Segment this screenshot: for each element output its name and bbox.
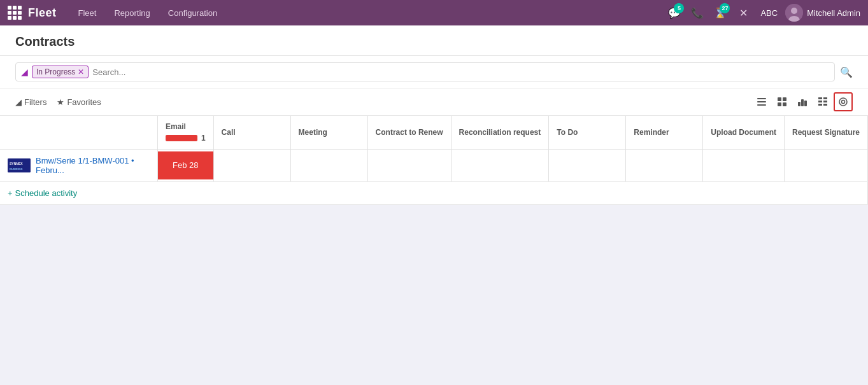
schedule-activity-button[interactable]: + Schedule activity [8,188,77,198]
pivot-view-button[interactable] [813,92,832,111]
reconciliation-column-header: Reconciliation request [451,116,549,150]
schedule-activity-cell: + Schedule activity [0,182,868,205]
svg-rect-17 [823,101,827,102]
plus-icon: + [8,188,13,198]
call-column-header: Call [213,116,290,150]
avatar[interactable] [785,4,803,22]
svg-text:SYNNEX: SYNNEX [10,162,23,165]
filter-view-row: ◢ Filters ★ Favorites [0,88,868,116]
record-column-header [0,116,157,150]
list-view-button[interactable] [752,92,771,111]
email-header-label: Email [166,122,206,131]
topnav-right-area: 💬 5 📞 ⌛ 27 ✕ ABC Mitchell Admin [665,3,860,22]
contract-renew-column-header: Contract to Renew [367,116,451,150]
search-button[interactable]: 🔍 [840,66,853,78]
bar-chart-view-button[interactable] [793,92,812,111]
email-date-button[interactable]: Feb 28 [158,151,213,179]
search-input[interactable] [92,67,829,77]
svg-point-19 [839,98,847,106]
activity-table-container: Email 1 Call Meeting Contract to Renew R… [0,116,868,205]
notifications-badge: 5 [674,3,684,13]
view-toggle-group [752,92,853,111]
abc-button[interactable]: ABC [757,8,781,18]
svg-rect-16 [823,97,827,99]
nav-configuration[interactable]: Configuration [159,0,226,25]
reminder-activity-cell [626,150,703,182]
svg-point-20 [842,101,845,104]
main-nav-menu: Fleet Reporting Configuration [69,0,227,25]
todo-column-header: To Do [549,116,626,150]
call-activity-cell [213,150,290,182]
schedule-activity-label: Schedule activity [15,188,78,198]
svg-rect-13 [818,97,822,99]
in-progress-filter-tag[interactable]: In Progress ✕ [32,66,89,78]
filter-funnel-icon: ◢ [21,67,28,77]
svg-rect-5 [757,104,766,106]
svg-rect-11 [801,99,804,106]
close-icon[interactable]: ✕ [734,3,753,22]
email-activity-cell: Feb 28 [157,150,213,182]
meeting-activity-cell [290,150,367,182]
email-progress-bar [166,135,197,141]
filters-button[interactable]: ◢ Filters [15,97,46,107]
updates-badge: 27 [720,3,730,13]
todo-activity-cell [549,150,626,182]
svg-rect-3 [757,98,766,99]
star-icon: ★ [57,97,64,107]
svg-rect-9 [783,102,786,106]
svg-rect-8 [778,102,781,106]
meeting-column-header: Meeting [290,116,367,150]
svg-point-1 [791,8,797,14]
reminder-column-header: Reminder [626,116,703,150]
email-header-content: Email 1 [166,122,206,143]
top-navigation: Fleet Fleet Reporting Configuration 💬 5 … [0,0,868,25]
upload-doc-column-header: Upload Document [703,116,785,150]
phone-icon[interactable]: 📞 [688,3,707,22]
email-count: 1 [201,134,206,143]
app-brand[interactable]: Fleet [28,6,57,20]
filter-tag-label: In Progress [36,67,75,76]
kanban-view-button[interactable] [772,92,792,111]
notifications-icon[interactable]: 💬 5 [665,3,684,22]
svg-rect-4 [757,101,766,102]
request-sig-activity-cell [784,150,867,182]
search-bar: ◢ In Progress ✕ 🔍 [0,56,868,88]
nav-fleet[interactable]: Fleet [69,0,106,25]
record-name-link[interactable]: Bmw/Serie 1/1-BMW-001 • Febru... [36,156,150,175]
clock-icon[interactable]: ⌛ 27 [711,3,730,22]
svg-rect-18 [823,104,827,106]
username-label[interactable]: Mitchell Admin [807,8,860,18]
table-header-row: Email 1 Call Meeting Contract to Renew R… [0,116,868,150]
table-row: SYNNEX BUSINESS Bmw/Serie 1/1-BMW-001 • … [0,150,868,182]
svg-rect-12 [804,101,807,106]
reconciliation-activity-cell [451,150,549,182]
filters-label: Filters [24,97,46,107]
favorites-button[interactable]: ★ Favorites [57,97,101,107]
contract-renew-activity-cell [367,150,451,182]
request-sig-column-header: Request Signature [784,116,867,150]
email-progress-row: 1 [166,134,206,143]
search-filter-container: ◢ In Progress ✕ [15,62,835,81]
activity-view-button[interactable] [834,92,853,111]
svg-rect-15 [818,104,822,106]
svg-rect-14 [818,101,822,102]
favorites-label: Favorites [67,97,101,107]
filter-icon: ◢ [15,97,22,107]
nav-reporting[interactable]: Reporting [105,0,159,25]
page-header: Contracts [0,25,868,56]
record-cell: SYNNEX BUSINESS Bmw/Serie 1/1-BMW-001 • … [0,150,157,182]
svg-rect-10 [798,102,800,106]
upload-doc-activity-cell [703,150,785,182]
schedule-activity-row: + Schedule activity [0,182,868,205]
email-column-header: Email 1 [157,116,213,150]
svg-rect-7 [783,97,786,101]
page-title: Contracts [15,34,853,49]
record-cell-content: SYNNEX BUSINESS Bmw/Serie 1/1-BMW-001 • … [8,156,150,175]
activity-table: Email 1 Call Meeting Contract to Renew R… [0,116,868,205]
filter-tag-close-icon[interactable]: ✕ [78,67,84,76]
svg-rect-6 [778,97,781,101]
record-logo: SYNNEX BUSINESS [8,158,31,172]
apps-menu-icon[interactable] [8,6,22,20]
svg-text:BUSINESS: BUSINESS [10,167,23,171]
